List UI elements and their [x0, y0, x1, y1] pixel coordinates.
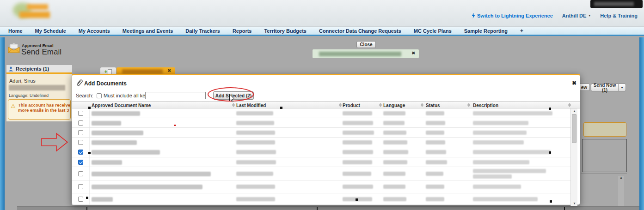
background-scrollbar[interactable]: ▲ [618, 176, 624, 210]
redacted-cell [92, 185, 202, 189]
col-language[interactable]: Language [383, 103, 405, 108]
redacted-cell [343, 121, 373, 125]
search-input[interactable] [145, 92, 206, 99]
send-now-button[interactable]: Send Now (1) ▼ [591, 84, 626, 91]
redacted-cell [426, 140, 445, 144]
table-row [72, 147, 570, 157]
row-checkbox[interactable] [78, 130, 83, 135]
redacted-cell [236, 131, 275, 135]
redacted-cell [383, 185, 405, 189]
redacted-cell [383, 160, 407, 164]
redacted-cell [92, 121, 121, 126]
redacted-cell [473, 169, 546, 173]
help-training-link[interactable]: Help & Training [600, 13, 638, 18]
redacted-cell [343, 131, 374, 135]
tab-my-accounts[interactable]: My Accounts [79, 28, 110, 34]
tab-my-schedule[interactable]: My Schedule [35, 28, 66, 34]
tab-meetings-and-events[interactable]: Meetings and Events [123, 28, 173, 34]
document-icon [108, 69, 112, 74]
send-now-dropdown-icon[interactable]: ▼ [618, 84, 626, 91]
redacted-cell [236, 185, 275, 189]
add-tab-button[interactable]: + [520, 28, 523, 34]
redacted-cell [426, 121, 445, 125]
redacted-cell [473, 174, 512, 179]
keywords-checkbox[interactable] [97, 93, 102, 98]
row-checkbox[interactable] [78, 184, 83, 189]
redacted-cell [426, 111, 444, 115]
redacted-cell [473, 185, 521, 189]
scroll-up-icon[interactable]: ▲ [571, 109, 578, 113]
table-scrollbar[interactable]: ▲ ▼ [570, 108, 577, 206]
paperclip-icon [76, 79, 83, 86]
tab-mc-cycle-plans[interactable]: MC Cycle Plans [414, 28, 452, 34]
scroll-down-icon[interactable]: ▼ [571, 202, 578, 205]
annotation-marker [356, 198, 358, 201]
col-last-modified[interactable]: Last Modified [236, 103, 266, 108]
redacted-cell [473, 131, 527, 135]
row-checkbox[interactable] [78, 140, 83, 145]
frame-right [639, 37, 644, 210]
tab-sample-reporting[interactable]: Sample Reporting [464, 28, 508, 34]
frame-left [0, 37, 5, 210]
close-button[interactable]: Close [356, 41, 376, 48]
status-badge-redacted: ✖ [313, 49, 419, 58]
redacted-cell [383, 197, 406, 201]
table-row [72, 157, 570, 167]
row-checkbox[interactable] [78, 197, 83, 202]
tab-reports[interactable]: Reports [233, 28, 252, 34]
user-identity-redacted [590, 0, 643, 8]
org-menu[interactable]: Anthill DE▼ [562, 13, 591, 18]
redacted-cell [426, 197, 444, 201]
col-approved-document-name[interactable]: Approved Document Name [92, 103, 151, 108]
redacted-cell [473, 160, 529, 164]
table-row [72, 118, 570, 128]
background-table-bar [17, 206, 639, 210]
tab-daily-trackers[interactable]: Daily Trackers [185, 28, 220, 34]
redacted-cell [473, 111, 552, 115]
company-logo-text [27, 4, 48, 10]
annotation-red-arrow [41, 132, 69, 153]
redacted-cell [92, 150, 160, 155]
col-status[interactable]: Status [426, 103, 440, 108]
tab-close-icon[interactable]: ✖ [167, 68, 171, 73]
col-description[interactable]: Description [473, 103, 498, 108]
recipient-name[interactable]: Adari, Sirus [9, 78, 36, 84]
redacted-cell [383, 172, 405, 176]
tab-connector-data-change-requests[interactable]: Connector Data Change Requests [319, 28, 401, 34]
redacted-cell [426, 185, 444, 189]
row-checkbox-checked[interactable] [78, 160, 83, 165]
redacted-cell [383, 131, 406, 135]
modal-close-icon[interactable]: ✖ [572, 80, 577, 86]
redacted-cell [343, 111, 372, 115]
row-checkbox-checked[interactable] [78, 150, 83, 155]
col-product[interactable]: Product [343, 103, 360, 108]
table-row [72, 128, 570, 138]
badge-close-icon[interactable]: ✖ [411, 51, 415, 55]
mouse-cursor [229, 94, 235, 103]
sort-icon[interactable] [568, 103, 571, 108]
background-highlight-box [583, 122, 626, 137]
redacted-cell [92, 111, 140, 116]
redacted-cell [473, 121, 528, 125]
scrollbar-thumb[interactable] [572, 114, 577, 143]
tab-home[interactable]: Home [8, 28, 23, 34]
tab-territory-budgets[interactable]: Territory Budgets [264, 28, 306, 34]
table-row [72, 193, 570, 205]
sort-icon[interactable] [338, 103, 342, 108]
approved-email-icon [7, 42, 20, 54]
row-checkbox[interactable] [78, 120, 83, 126]
redacted-cell [343, 172, 371, 176]
switch-to-lightning-link[interactable]: Switch to Lightning Experience [472, 13, 553, 18]
redacted-cell [426, 172, 443, 176]
redacted-cell [236, 111, 273, 115]
table-header: Approved Document NameLast ModifiedProdu… [72, 101, 580, 108]
row-checkbox[interactable] [78, 171, 83, 176]
sort-icon[interactable] [232, 103, 235, 108]
sort-icon[interactable] [379, 103, 382, 108]
redacted-cell [92, 197, 113, 202]
annotation-red-dot [174, 125, 176, 126]
sort-icon[interactable] [467, 103, 470, 108]
row-checkbox[interactable] [78, 111, 83, 116]
sort-icon[interactable] [420, 103, 423, 108]
redacted-cell [92, 140, 137, 145]
